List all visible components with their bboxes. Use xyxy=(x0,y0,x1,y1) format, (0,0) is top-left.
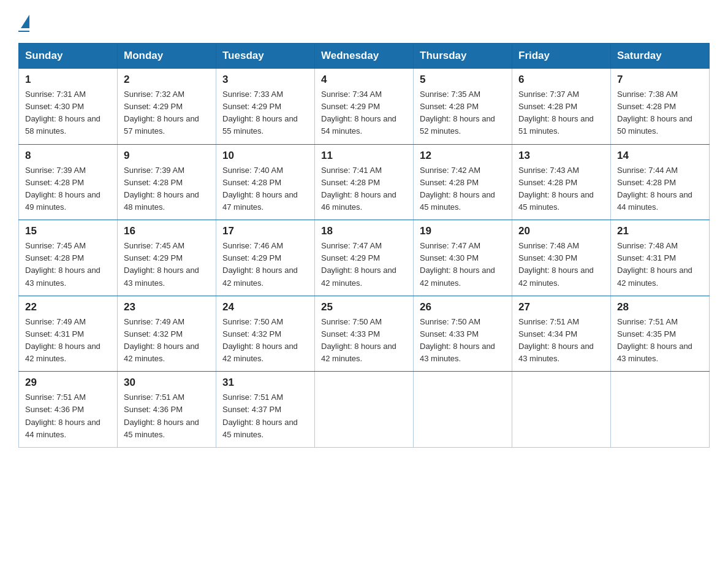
day-info: Sunrise: 7:49 AMSunset: 4:31 PMDaylight:… xyxy=(25,316,111,366)
day-info: Sunrise: 7:42 AMSunset: 4:28 PMDaylight:… xyxy=(420,164,506,214)
day-info: Sunrise: 7:50 AMSunset: 4:32 PMDaylight:… xyxy=(222,316,308,366)
calendar-cell: 17Sunrise: 7:46 AMSunset: 4:29 PMDayligh… xyxy=(216,220,315,296)
day-info: Sunrise: 7:48 AMSunset: 4:31 PMDaylight:… xyxy=(617,240,703,289)
calendar-cell: 20Sunrise: 7:48 AMSunset: 4:30 PMDayligh… xyxy=(512,220,611,296)
day-info: Sunrise: 7:45 AMSunset: 4:28 PMDaylight:… xyxy=(25,240,111,289)
calendar-cell: 18Sunrise: 7:47 AMSunset: 4:29 PMDayligh… xyxy=(315,220,414,296)
calendar-cell: 31Sunrise: 7:51 AMSunset: 4:37 PMDayligh… xyxy=(216,372,315,448)
calendar-cell: 7Sunrise: 7:38 AMSunset: 4:28 PMDaylight… xyxy=(611,69,710,145)
day-info: Sunrise: 7:45 AMSunset: 4:29 PMDaylight:… xyxy=(124,240,210,289)
day-number: 13 xyxy=(518,150,604,162)
day-number: 23 xyxy=(124,301,210,313)
day-number: 24 xyxy=(222,301,308,313)
calendar-body: 1Sunrise: 7:31 AMSunset: 4:30 PMDaylight… xyxy=(19,69,710,448)
day-number: 21 xyxy=(617,225,703,237)
logo-underline xyxy=(18,31,29,32)
calendar-week-row: 8Sunrise: 7:39 AMSunset: 4:28 PMDaylight… xyxy=(19,144,710,220)
calendar-cell: 4Sunrise: 7:34 AMSunset: 4:29 PMDaylight… xyxy=(315,69,414,145)
day-number: 17 xyxy=(222,225,308,237)
calendar-cell xyxy=(414,372,512,448)
calendar-cell: 8Sunrise: 7:39 AMSunset: 4:28 PMDaylight… xyxy=(19,144,118,220)
day-number: 5 xyxy=(420,74,506,86)
calendar-table: SundayMondayTuesdayWednesdayThursdayFrid… xyxy=(18,43,710,448)
day-info: Sunrise: 7:43 AMSunset: 4:28 PMDaylight:… xyxy=(518,164,604,214)
day-number: 1 xyxy=(25,74,111,86)
day-number: 18 xyxy=(321,225,407,237)
weekday-header-monday: Monday xyxy=(118,44,216,69)
day-info: Sunrise: 7:35 AMSunset: 4:28 PMDaylight:… xyxy=(420,88,506,138)
day-number: 4 xyxy=(321,74,407,86)
day-info: Sunrise: 7:47 AMSunset: 4:29 PMDaylight:… xyxy=(321,240,407,289)
calendar-cell: 21Sunrise: 7:48 AMSunset: 4:31 PMDayligh… xyxy=(611,220,710,296)
day-number: 2 xyxy=(124,74,210,86)
day-number: 26 xyxy=(420,301,506,313)
day-info: Sunrise: 7:47 AMSunset: 4:30 PMDaylight:… xyxy=(420,240,506,289)
calendar-cell: 11Sunrise: 7:41 AMSunset: 4:28 PMDayligh… xyxy=(315,144,414,220)
day-number: 8 xyxy=(25,150,111,162)
day-number: 14 xyxy=(617,150,703,162)
day-number: 7 xyxy=(617,74,703,86)
day-info: Sunrise: 7:48 AMSunset: 4:30 PMDaylight:… xyxy=(518,240,604,289)
day-number: 12 xyxy=(420,150,506,162)
day-info: Sunrise: 7:31 AMSunset: 4:30 PMDaylight:… xyxy=(25,88,111,138)
day-info: Sunrise: 7:38 AMSunset: 4:28 PMDaylight:… xyxy=(617,88,703,138)
logo-triangle-icon xyxy=(21,15,29,28)
day-info: Sunrise: 7:51 AMSunset: 4:34 PMDaylight:… xyxy=(518,316,604,366)
weekday-header-sunday: Sunday xyxy=(19,44,118,69)
day-info: Sunrise: 7:39 AMSunset: 4:28 PMDaylight:… xyxy=(25,164,111,214)
day-number: 31 xyxy=(222,377,308,389)
day-info: Sunrise: 7:32 AMSunset: 4:29 PMDaylight:… xyxy=(124,88,210,138)
calendar-cell: 19Sunrise: 7:47 AMSunset: 4:30 PMDayligh… xyxy=(414,220,512,296)
day-info: Sunrise: 7:50 AMSunset: 4:33 PMDaylight:… xyxy=(420,316,506,366)
day-number: 29 xyxy=(25,377,111,389)
calendar-week-row: 22Sunrise: 7:49 AMSunset: 4:31 PMDayligh… xyxy=(19,296,710,372)
calendar-cell: 16Sunrise: 7:45 AMSunset: 4:29 PMDayligh… xyxy=(118,220,216,296)
logo xyxy=(18,15,29,32)
calendar-week-row: 1Sunrise: 7:31 AMSunset: 4:30 PMDaylight… xyxy=(19,69,710,145)
calendar-header: SundayMondayTuesdayWednesdayThursdayFrid… xyxy=(19,44,710,69)
day-number: 22 xyxy=(25,301,111,313)
day-number: 25 xyxy=(321,301,407,313)
day-number: 6 xyxy=(518,74,604,86)
day-info: Sunrise: 7:41 AMSunset: 4:28 PMDaylight:… xyxy=(321,164,407,214)
calendar-cell: 28Sunrise: 7:51 AMSunset: 4:35 PMDayligh… xyxy=(611,296,710,372)
calendar-cell: 2Sunrise: 7:32 AMSunset: 4:29 PMDaylight… xyxy=(118,69,216,145)
day-info: Sunrise: 7:50 AMSunset: 4:33 PMDaylight:… xyxy=(321,316,407,366)
weekday-header-friday: Friday xyxy=(512,44,611,69)
weekday-header-tuesday: Tuesday xyxy=(216,44,315,69)
calendar-cell xyxy=(512,372,611,448)
calendar-cell: 22Sunrise: 7:49 AMSunset: 4:31 PMDayligh… xyxy=(19,296,118,372)
calendar-cell: 27Sunrise: 7:51 AMSunset: 4:34 PMDayligh… xyxy=(512,296,611,372)
day-number: 20 xyxy=(518,225,604,237)
day-number: 3 xyxy=(222,74,308,86)
day-number: 11 xyxy=(321,150,407,162)
calendar-cell: 14Sunrise: 7:44 AMSunset: 4:28 PMDayligh… xyxy=(611,144,710,220)
calendar-week-row: 29Sunrise: 7:51 AMSunset: 4:36 PMDayligh… xyxy=(19,372,710,448)
day-info: Sunrise: 7:51 AMSunset: 4:36 PMDaylight:… xyxy=(25,391,111,441)
calendar-cell: 10Sunrise: 7:40 AMSunset: 4:28 PMDayligh… xyxy=(216,144,315,220)
day-number: 19 xyxy=(420,225,506,237)
calendar-cell: 29Sunrise: 7:51 AMSunset: 4:36 PMDayligh… xyxy=(19,372,118,448)
page-header xyxy=(18,15,710,32)
calendar-cell: 30Sunrise: 7:51 AMSunset: 4:36 PMDayligh… xyxy=(118,372,216,448)
weekday-header-wednesday: Wednesday xyxy=(315,44,414,69)
calendar-cell: 5Sunrise: 7:35 AMSunset: 4:28 PMDaylight… xyxy=(414,69,512,145)
calendar-cell xyxy=(315,372,414,448)
day-info: Sunrise: 7:51 AMSunset: 4:37 PMDaylight:… xyxy=(222,391,308,441)
calendar-cell: 9Sunrise: 7:39 AMSunset: 4:28 PMDaylight… xyxy=(118,144,216,220)
calendar-week-row: 15Sunrise: 7:45 AMSunset: 4:28 PMDayligh… xyxy=(19,220,710,296)
calendar-cell: 1Sunrise: 7:31 AMSunset: 4:30 PMDaylight… xyxy=(19,69,118,145)
weekday-header-row: SundayMondayTuesdayWednesdayThursdayFrid… xyxy=(19,44,710,69)
day-info: Sunrise: 7:44 AMSunset: 4:28 PMDaylight:… xyxy=(617,164,703,214)
day-info: Sunrise: 7:33 AMSunset: 4:29 PMDaylight:… xyxy=(222,88,308,138)
calendar-cell: 25Sunrise: 7:50 AMSunset: 4:33 PMDayligh… xyxy=(315,296,414,372)
day-info: Sunrise: 7:51 AMSunset: 4:35 PMDaylight:… xyxy=(617,316,703,366)
calendar-cell: 6Sunrise: 7:37 AMSunset: 4:28 PMDaylight… xyxy=(512,69,611,145)
day-info: Sunrise: 7:46 AMSunset: 4:29 PMDaylight:… xyxy=(222,240,308,289)
calendar-cell: 26Sunrise: 7:50 AMSunset: 4:33 PMDayligh… xyxy=(414,296,512,372)
calendar-cell: 24Sunrise: 7:50 AMSunset: 4:32 PMDayligh… xyxy=(216,296,315,372)
day-info: Sunrise: 7:39 AMSunset: 4:28 PMDaylight:… xyxy=(124,164,210,214)
weekday-header-thursday: Thursday xyxy=(414,44,512,69)
calendar-cell: 3Sunrise: 7:33 AMSunset: 4:29 PMDaylight… xyxy=(216,69,315,145)
calendar-cell: 13Sunrise: 7:43 AMSunset: 4:28 PMDayligh… xyxy=(512,144,611,220)
